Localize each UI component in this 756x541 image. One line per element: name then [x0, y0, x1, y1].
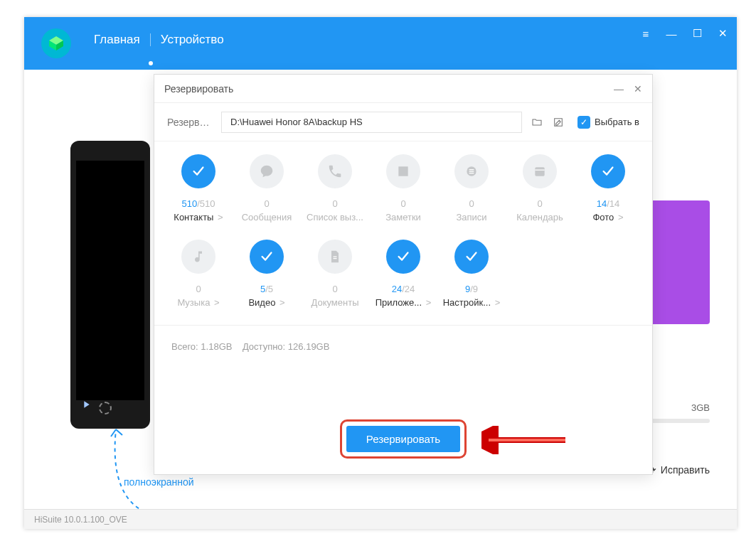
nav: Главная Устройство [84, 33, 234, 47]
select-all-checkbox[interactable]: ✓ Выбрать в [577, 116, 639, 129]
select-all-label: Выбрать в [595, 117, 639, 127]
backup-button[interactable]: Резервировать [346, 426, 460, 452]
category-count: 0 [400, 198, 405, 209]
photos-icon [591, 154, 625, 188]
dialog-title: Резервировать [164, 83, 233, 95]
svg-rect-2 [535, 170, 544, 171]
video-icon [250, 240, 284, 274]
available-label: Доступно: [243, 341, 285, 352]
edit-icon[interactable] [552, 116, 565, 129]
highlight-frame: Резервировать [340, 419, 467, 459]
dialog-minimize-icon[interactable]: — [614, 83, 624, 95]
logo-icon [48, 35, 65, 52]
action-area: Резервировать [154, 419, 652, 459]
category-music[interactable]: 0Музыка > [164, 240, 233, 308]
loading-icon [99, 402, 112, 414]
calllog-icon [318, 154, 352, 188]
nav-device[interactable]: Устройство [151, 33, 234, 47]
category-label: Фото > [592, 212, 623, 223]
category-count: 14/14 [597, 198, 620, 209]
apps-icon [386, 240, 420, 274]
app-logo [41, 28, 71, 58]
path-input[interactable]: D:\Huawei Honor 8A\backup HS [221, 112, 522, 133]
category-label: Записи [456, 212, 486, 223]
storage-bar [643, 419, 710, 423]
minimize-icon[interactable]: — [666, 28, 677, 40]
category-count: 9/9 [465, 284, 478, 294]
category-label: Сообщения [242, 212, 292, 223]
category-notes[interactable]: 0Заметки [369, 154, 437, 223]
path-label: Резервн... [167, 117, 213, 128]
docs-icon [318, 240, 352, 274]
category-video[interactable]: 5/5Видео > [233, 240, 301, 308]
backup-dialog: Резервировать — ✕ Резервн... D:\Huawei H… [154, 74, 653, 475]
window-controls: ≡ — ☐ ✕ [640, 27, 728, 40]
records-icon [454, 154, 489, 188]
category-count: 5/5 [260, 284, 273, 294]
category-grid: 510/510Контакты >0Сообщения0Список выз..… [154, 141, 652, 308]
phone-screen [76, 161, 144, 400]
totals: Всего: 1.18GB Доступно: 126.19GB [154, 325, 652, 352]
app-window: Главная Устройство ≡ — ☐ ✕ Н п полноэкра [24, 17, 737, 529]
dialog-header: Резервировать — ✕ [154, 75, 652, 103]
path-row: Резервн... D:\Huawei Honor 8A\backup HS … [154, 103, 652, 141]
fix-button[interactable]: ⟳ Исправить [643, 464, 710, 476]
svg-rect-1 [535, 167, 544, 176]
category-photos[interactable]: 14/14Фото > [574, 154, 642, 223]
nav-indicator [149, 61, 153, 65]
category-label: Видео > [248, 297, 284, 308]
category-docs[interactable]: 0Документы [301, 240, 369, 308]
menu-icon[interactable]: ≡ [640, 28, 651, 40]
notes-icon [386, 154, 420, 188]
category-count: 0 [332, 198, 337, 209]
play-icon [80, 399, 92, 413]
category-count: 0 [537, 198, 542, 209]
category-count: 0 [469, 198, 474, 209]
check-icon: ✓ [577, 116, 590, 129]
total-label: Всего: [171, 341, 198, 352]
content: Н п полноэкранной 3GB ⟳ Исправить Резерв… [24, 70, 737, 509]
category-calllog[interactable]: 0Список выз... [301, 154, 369, 223]
category-label: Настройк... > [443, 297, 501, 308]
category-count: 0 [196, 284, 201, 294]
messages-icon [250, 154, 284, 188]
music-icon [181, 240, 215, 274]
category-label: Приложе... > [376, 297, 432, 308]
storage-label: 3GB [643, 402, 710, 413]
titlebar: Главная Устройство ≡ — ☐ ✕ [24, 17, 737, 70]
statusbar: HiSuite 10.0.1.100_OVE [24, 509, 737, 529]
category-label: Документы [311, 297, 358, 308]
category-count: 0 [332, 284, 337, 294]
close-icon[interactable]: ✕ [717, 27, 728, 40]
available-value: 126.19GB [288, 341, 330, 352]
category-label: Контакты > [174, 212, 223, 223]
settings-icon [454, 240, 489, 274]
side-panel: 3GB ⟳ Исправить [643, 200, 710, 476]
category-count: 510/510 [181, 198, 215, 209]
category-label: Заметки [385, 212, 421, 223]
phone-preview [70, 141, 150, 429]
category-count: 24/24 [392, 284, 415, 294]
category-settings[interactable]: 9/9Настройк... > [437, 240, 506, 308]
folder-icon[interactable] [531, 116, 543, 129]
side-card [643, 200, 710, 324]
calendar-icon [523, 154, 557, 188]
category-label: Календарь [516, 212, 563, 223]
category-calendar[interactable]: 0Календарь [506, 154, 574, 223]
contacts-icon [181, 154, 215, 188]
dialog-close-icon[interactable]: ✕ [634, 83, 642, 95]
nav-home[interactable]: Главная [84, 33, 150, 47]
category-count: 0 [264, 198, 269, 209]
category-label: Список выз... [307, 212, 363, 223]
version-label: HiSuite 10.0.1.100_OVE [34, 515, 127, 525]
total-value: 1.18GB [201, 341, 232, 352]
category-label: Музыка > [177, 297, 219, 308]
category-messages[interactable]: 0Сообщения [233, 154, 301, 223]
category-apps[interactable]: 24/24Приложе... > [369, 240, 437, 308]
category-contacts[interactable]: 510/510Контакты > [164, 154, 233, 223]
category-records[interactable]: 0Записи [437, 154, 506, 223]
maximize-icon[interactable]: ☐ [691, 27, 703, 40]
